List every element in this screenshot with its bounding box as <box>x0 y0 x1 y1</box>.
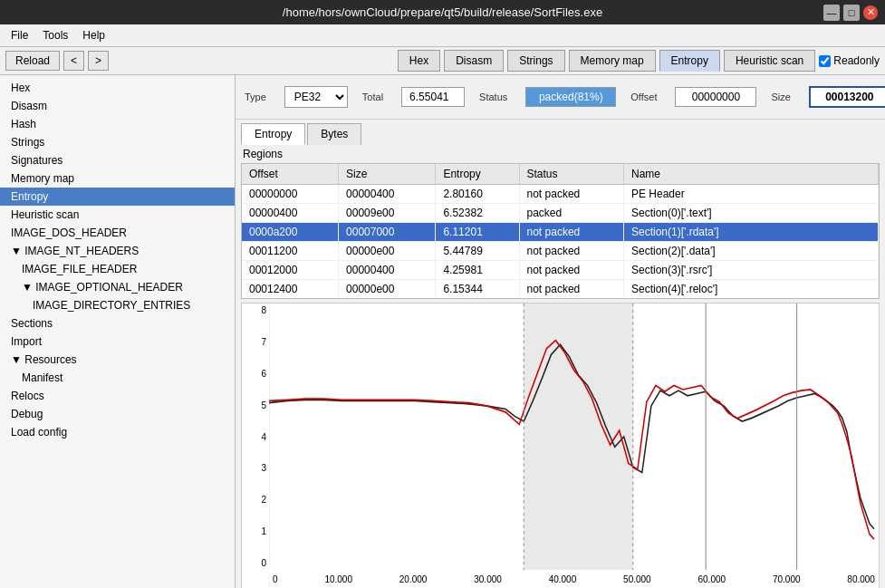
cell-offset: 00000000 <box>242 185 339 204</box>
cell-entropy: 6.52382 <box>436 204 519 223</box>
sidebar-item-signatures[interactable]: Signatures <box>0 151 235 169</box>
col-size: Size <box>339 164 436 185</box>
size-value: 00013200 <box>809 86 885 108</box>
x-label-20000: 20.000 <box>399 574 428 584</box>
sidebar-item-image-file-header[interactable]: IMAGE_FILE_HEADER <box>0 260 235 278</box>
y-label-6: 6 <box>242 369 269 379</box>
cell-status: not packed <box>519 223 623 242</box>
cell-status: not packed <box>519 185 623 204</box>
table-row[interactable]: 0001240000000e006.15344not packedSection… <box>242 280 879 299</box>
cell-size: 00000400 <box>339 185 436 204</box>
cell-status: not packed <box>519 242 623 261</box>
menu-tools[interactable]: Tools <box>35 26 75 44</box>
readonly-checkbox[interactable] <box>819 55 831 67</box>
x-label-10000: 10.000 <box>324 574 352 584</box>
toolbar: Reload < > Hex Disasm Strings Memory map… <box>0 47 885 75</box>
x-label-70000: 70.000 <box>773 574 801 584</box>
tab-bytes[interactable]: Bytes <box>307 123 361 145</box>
reload-button[interactable]: Reload <box>5 51 60 71</box>
sidebar-item-heuristic-scan[interactable]: Heuristic scan <box>0 206 235 224</box>
hex-tab-button[interactable]: Hex <box>398 50 440 72</box>
sidebar-item-disasm[interactable]: Disasm <box>0 97 235 115</box>
sidebar-item-sections[interactable]: Sections <box>0 314 235 333</box>
maximize-button[interactable]: □ <box>843 5 860 21</box>
sidebar-item-image-nt-headers[interactable]: ▼ IMAGE_NT_HEADERS <box>0 242 235 260</box>
total-value: 6.55041 <box>401 87 465 107</box>
heuristic-scan-tab-button[interactable]: Heuristic scan <box>724 50 815 72</box>
sidebar-item-memory-map[interactable]: Memory map <box>0 169 235 188</box>
sidebar-item-debug[interactable]: Debug <box>0 405 235 423</box>
col-entropy: Entropy <box>436 164 519 185</box>
tab-entropy[interactable]: Entropy <box>241 123 305 145</box>
regions-table-container: Offset Size Entropy Status Name 00000000… <box>241 163 880 299</box>
x-label-80000: 80.000 <box>847 574 875 584</box>
content-area: Type PE32 Total 6.55041 Status packed(81… <box>236 75 885 588</box>
readonly-label: Readonly <box>833 54 880 67</box>
offset-value: 00000000 <box>675 87 756 107</box>
sidebar-item-strings[interactable]: Strings <box>0 133 235 151</box>
sidebar: Hex Disasm Hash Strings Signatures Memor… <box>0 75 236 588</box>
cell-size: 00000400 <box>339 261 436 280</box>
sidebar-item-image-directory-entries[interactable]: IMAGE_DIRECTORY_ENTRIES <box>0 296 235 314</box>
cell-status: not packed <box>519 280 623 299</box>
entropy-tab-button[interactable]: Entropy <box>659 50 720 72</box>
forward-button[interactable]: > <box>88 51 109 71</box>
sidebar-item-resources[interactable]: ▼ Resources <box>0 351 235 369</box>
sidebar-item-import[interactable]: Import <box>0 333 235 351</box>
window-title: /home/hors/ownCloud/prepare/qt5/build/re… <box>283 5 602 19</box>
col-status: Status <box>519 164 623 185</box>
cell-offset: 00011200 <box>242 242 339 261</box>
offset-label: Offset <box>630 92 657 102</box>
sidebar-item-image-dos-header[interactable]: IMAGE_DOS_HEADER <box>0 224 235 242</box>
disasm-tab-button[interactable]: Disasm <box>444 50 504 72</box>
menu-help[interactable]: Help <box>75 26 112 44</box>
cell-status: not packed <box>519 261 623 280</box>
tab-row: Entropy Bytes <box>236 120 885 145</box>
y-label-0: 0 <box>242 558 269 568</box>
svg-rect-0 <box>524 304 633 570</box>
close-button[interactable]: ✕ <box>863 5 878 20</box>
size-label: Size <box>771 92 790 102</box>
memory-map-tab-button[interactable]: Memory map <box>569 50 656 72</box>
strings-tab-button[interactable]: Strings <box>507 50 564 72</box>
cell-offset: 00012400 <box>242 280 339 299</box>
table-row[interactable]: 0000a200000070006.11201not packedSection… <box>242 223 879 242</box>
cell-entropy: 5.44789 <box>436 242 519 261</box>
sidebar-item-manifest[interactable]: Manifest <box>0 369 235 387</box>
table-row[interactable]: 0000040000009e006.52382packedSection(0)[… <box>242 204 879 223</box>
cell-size: 00000e00 <box>339 280 436 299</box>
title-bar: /home/hors/ownCloud/prepare/qt5/build/re… <box>0 0 885 24</box>
chart-area: 8 7 6 5 4 3 2 1 0 0 10.000 20.000 30.000… <box>241 303 880 588</box>
cell-offset: 0000a200 <box>242 223 339 242</box>
x-label-40000: 40.000 <box>549 574 577 584</box>
type-label: Type <box>245 92 266 102</box>
menu-file[interactable]: File <box>4 26 35 44</box>
cell-entropy: 6.11201 <box>436 223 519 242</box>
col-offset: Offset <box>242 164 339 185</box>
table-row[interactable]: 0001120000000e005.44789not packedSection… <box>242 242 879 261</box>
sidebar-item-image-optional-header[interactable]: ▼ IMAGE_OPTIONAL_HEADER <box>0 278 235 296</box>
cell-size: 00009e00 <box>339 204 436 223</box>
sidebar-item-load-config[interactable]: Load config <box>0 423 235 441</box>
type-select[interactable]: PE32 <box>284 86 348 108</box>
back-button[interactable]: < <box>63 51 84 71</box>
sidebar-item-entropy[interactable]: Entropy <box>0 188 235 206</box>
cell-size: 00000e00 <box>339 242 436 261</box>
sidebar-item-hash[interactable]: Hash <box>0 115 235 133</box>
cell-name: Section(0)['.text'] <box>624 204 879 223</box>
regions-table: Offset Size Entropy Status Name 00000000… <box>242 164 879 299</box>
y-label-4: 4 <box>242 432 269 442</box>
col-name: Name <box>624 164 879 185</box>
table-row[interactable]: 00000000000004002.80160not packedPE Head… <box>242 185 879 204</box>
cell-entropy: 2.80160 <box>436 185 519 204</box>
sidebar-item-hex[interactable]: Hex <box>0 79 235 97</box>
menu-bar: File Tools Help <box>0 24 885 47</box>
x-label-60000: 60.000 <box>698 574 726 584</box>
cell-offset: 00012000 <box>242 261 339 280</box>
sidebar-item-relocs[interactable]: Relocs <box>0 387 235 405</box>
status-label: Status <box>479 92 507 102</box>
table-row[interactable]: 00012000000004004.25981not packedSection… <box>242 261 879 280</box>
cell-offset: 00000400 <box>242 204 339 223</box>
regions-label: Regions <box>236 145 885 163</box>
minimize-button[interactable]: — <box>823 5 840 21</box>
